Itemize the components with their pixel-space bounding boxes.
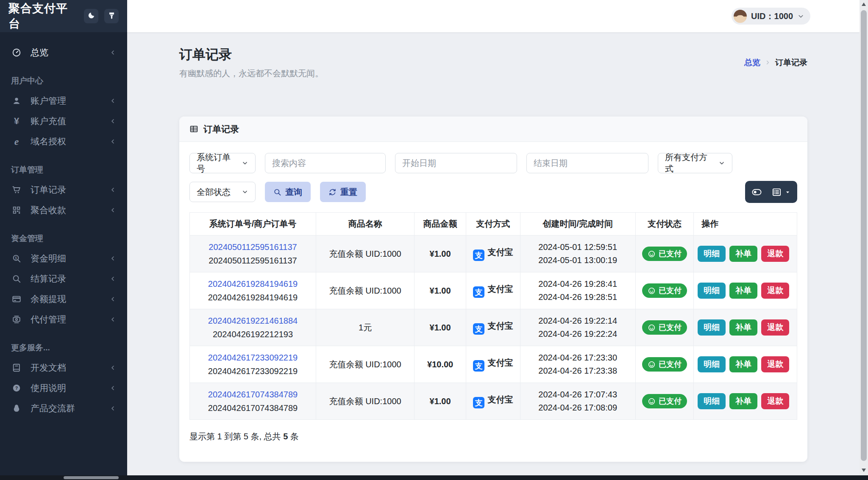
columns-dropdown-button[interactable] bbox=[767, 181, 796, 203]
start-date-input[interactable] bbox=[395, 153, 517, 173]
app-title: 聚合支付平台 bbox=[8, 1, 78, 31]
system-order-link[interactable]: 2024042619221461884 bbox=[193, 316, 312, 326]
search-input[interactable] bbox=[265, 153, 386, 173]
sidebar: 聚合支付平台 总览 用户中心 账户管理 ¥ 账户充值 e 域名授权 订单管理 订… bbox=[0, 0, 127, 480]
completed-time: 2024-04-26 17:23:38 bbox=[524, 364, 632, 377]
alipay-icon: 支 bbox=[473, 397, 484, 408]
sidebar-item[interactable]: 结算记录 bbox=[0, 269, 127, 289]
chevron-down-icon bbox=[242, 160, 248, 166]
sidebar-item[interactable]: $ 资金明细 bbox=[0, 248, 127, 269]
system-order-link[interactable]: 2024042619284194619 bbox=[193, 279, 312, 289]
main-area: UID：1000 订单记录 有幽默感的人，永远都不会默默无闻。 总览 订单记录 … bbox=[127, 0, 860, 475]
refund-button[interactable]: 退款 bbox=[761, 283, 789, 299]
system-order-link[interactable]: 2024042617233092219 bbox=[193, 353, 312, 363]
supplement-button[interactable]: 补单 bbox=[729, 356, 757, 372]
supplement-button[interactable]: 补单 bbox=[729, 393, 757, 409]
system-order-link[interactable]: 2024042617074384789 bbox=[193, 390, 312, 400]
table-toolbar bbox=[745, 181, 797, 203]
sidebar-item[interactable]: 余额提现 bbox=[0, 289, 127, 309]
qq-icon bbox=[11, 404, 22, 413]
sidebar-section-label: 用户中心 bbox=[11, 75, 116, 86]
sidebar-item[interactable]: 产品交流群 bbox=[0, 398, 127, 419]
refund-button[interactable]: 退款 bbox=[761, 393, 789, 409]
cart-icon bbox=[11, 185, 22, 194]
payment-method-label: 支付宝 bbox=[488, 247, 513, 257]
user-menu[interactable]: UID：1000 bbox=[732, 8, 810, 25]
sidebar-item[interactable]: ? 使用说明 bbox=[0, 378, 127, 398]
chevron-left-icon bbox=[109, 316, 116, 323]
end-date-input[interactable] bbox=[526, 153, 648, 173]
refund-button[interactable]: 退款 bbox=[761, 356, 789, 372]
status-select[interactable]: 全部状态 bbox=[189, 182, 256, 202]
supplement-button[interactable]: 补单 bbox=[729, 246, 757, 262]
chevron-left-icon bbox=[109, 97, 116, 104]
sidebar-item[interactable]: 订单记录 bbox=[0, 180, 127, 200]
orders-head-row: 系统订单号/商户订单号商品名称商品金额支付方式创建时间/完成时间支付状态操作 bbox=[190, 213, 797, 236]
horizontal-scrollbar-thumb[interactable] bbox=[64, 476, 119, 479]
smiley-icon bbox=[648, 397, 656, 405]
detail-button[interactable]: 明细 bbox=[698, 393, 726, 409]
supplement-button[interactable]: 补单 bbox=[729, 283, 757, 299]
refund-button[interactable]: 退款 bbox=[761, 246, 789, 262]
completed-time: 2024-05-01 13:00:19 bbox=[524, 254, 632, 267]
sidebar-item[interactable]: 账户管理 bbox=[0, 91, 127, 111]
order-no-type-select[interactable]: 系统订单号 bbox=[189, 153, 256, 173]
product-name: 充值余额 UID:1000 bbox=[316, 383, 415, 420]
supplement-button[interactable]: 补单 bbox=[729, 319, 757, 336]
chevron-left-icon bbox=[109, 118, 116, 125]
detail-button[interactable]: 明细 bbox=[698, 283, 726, 299]
book-icon bbox=[11, 363, 22, 372]
chevron-left-icon bbox=[109, 364, 116, 371]
vertical-scrollbar-thumb[interactable] bbox=[861, 10, 867, 461]
sidebar-item[interactable]: ¥ 账户充值 bbox=[0, 111, 127, 131]
paid-status-badge: 已支付 bbox=[642, 247, 687, 261]
scroll-up-button[interactable] bbox=[860, 3, 868, 6]
chevron-left-icon bbox=[109, 405, 116, 412]
paid-status-badge: 已支付 bbox=[642, 394, 687, 408]
detail-button[interactable]: 明细 bbox=[698, 246, 726, 262]
card-view-toggle-button[interactable] bbox=[747, 181, 767, 203]
sidebar-section-label: 订单管理 bbox=[11, 164, 116, 175]
completed-time: 2024-04-26 19:22:24 bbox=[524, 327, 632, 341]
column-header: 商品金额 bbox=[415, 213, 466, 236]
payment-method-label: 支付宝 bbox=[488, 321, 513, 330]
chevron-down-icon bbox=[718, 160, 725, 166]
sidebar-item[interactable]: 代付管理 bbox=[0, 309, 127, 330]
refund-button[interactable]: 退款 bbox=[761, 319, 789, 336]
sidebar-item[interactable]: 总览 bbox=[0, 42, 127, 63]
scroll-down-button[interactable] bbox=[860, 469, 868, 472]
skin-button[interactable] bbox=[104, 9, 119, 23]
table-row: 2024042619284194619 2024042619284194619 … bbox=[190, 272, 797, 309]
caret-down-icon bbox=[785, 189, 790, 195]
svg-text:$: $ bbox=[15, 256, 17, 260]
panel-title: 订单记录 bbox=[203, 123, 239, 135]
system-order-link[interactable]: 2024050112595161137 bbox=[193, 242, 312, 252]
merchant-order-no: 2024042617233092219 bbox=[193, 366, 312, 376]
chevron-down-icon bbox=[242, 189, 248, 195]
breadcrumb-overview-link[interactable]: 总览 bbox=[744, 57, 760, 68]
filter-row-1: 系统订单号 所有支付方式 bbox=[189, 153, 797, 173]
page-subtitle: 有幽默感的人，永远都不会默默无闻。 bbox=[179, 68, 323, 79]
column-header: 操作 bbox=[694, 213, 797, 236]
detail-button[interactable]: 明细 bbox=[698, 356, 726, 372]
payment-method-select[interactable]: 所有支付方式 bbox=[658, 153, 732, 173]
alipay-icon: 支 bbox=[473, 360, 484, 372]
sidebar-header: 聚合支付平台 bbox=[0, 0, 127, 32]
reset-button[interactable]: 重置 bbox=[320, 182, 366, 202]
horizontal-scrollbar[interactable] bbox=[0, 475, 868, 480]
query-button[interactable]: 查询 bbox=[265, 182, 311, 202]
theme-toggle-button[interactable] bbox=[84, 9, 98, 23]
filter-row-2: 全部状态 查询 重置 bbox=[189, 181, 797, 203]
chevron-left-icon bbox=[109, 255, 116, 262]
gauge-icon bbox=[11, 48, 22, 57]
created-time: 2024-04-26 19:28:41 bbox=[524, 277, 632, 291]
paid-status-badge: 已支付 bbox=[642, 357, 687, 372]
vertical-scrollbar[interactable] bbox=[860, 0, 868, 475]
sidebar-item[interactable]: 开发文档 bbox=[0, 358, 127, 378]
qrcode-icon bbox=[11, 205, 22, 215]
sidebar-item[interactable]: e 域名授权 bbox=[0, 131, 127, 152]
sidebar-item[interactable]: 聚合收款 bbox=[0, 200, 127, 220]
svg-text:?: ? bbox=[15, 386, 18, 391]
detail-button[interactable]: 明细 bbox=[698, 319, 726, 336]
search-dollar-icon: $ bbox=[11, 254, 22, 263]
